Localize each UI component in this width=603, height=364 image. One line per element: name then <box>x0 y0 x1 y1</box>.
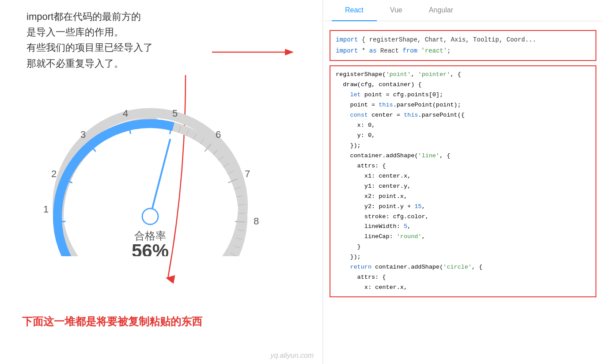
annotation-line-2: 是导入一些库的作用。 <box>27 24 153 40</box>
tab-react[interactable]: React <box>332 0 377 21</box>
code-line-15: stroke: cfg.color, <box>336 212 590 222</box>
code-line-21: attrs: { <box>336 273 590 283</box>
gauge-needle-center <box>142 209 158 224</box>
code-line-19: }); <box>336 252 590 262</box>
code-line-12: y1: center.y, <box>336 182 590 192</box>
code-line-1: registerShape('point', 'pointer', { <box>336 70 590 80</box>
code-line-10: attrs: { <box>336 161 590 171</box>
gauge-label-7: 7 <box>245 168 250 179</box>
watermark-text: yq.aliyun.com <box>270 352 314 359</box>
gauge-svg: 0 1 2 3 4 5 6 7 8 9 合格率 56% <box>27 88 274 256</box>
import-line-2: import * as React from 'react'; <box>336 46 590 57</box>
code-line-4: point = this.parsePoint(point); <box>336 100 590 110</box>
gauge-label-1: 1 <box>43 204 49 215</box>
annotation-line-3: 有些我们的项目里已经导入了 <box>27 40 153 55</box>
svg-line-43 <box>235 221 245 222</box>
gauge-label-6: 6 <box>216 129 221 140</box>
gauge-label-4: 4 <box>123 108 128 119</box>
code-line-5: const center = this.parsePoint({ <box>336 110 590 121</box>
svg-line-9 <box>55 213 62 213</box>
code-line-13: x2: point.x, <box>336 192 590 202</box>
left-panel: import都在代码的最前方的 是导入一些库的作用。 有些我们的项目里已经导入了… <box>0 0 322 364</box>
top-annotation: import都在代码的最前方的 是导入一些库的作用。 有些我们的项目里已经导入了… <box>27 9 153 71</box>
tabs-container: React Vue Angular <box>323 0 603 21</box>
bottom-annotation-text: 下面这一堆都是将要被复制粘贴的东西 <box>22 315 202 327</box>
code-line-7: y: 0, <box>336 131 590 141</box>
gauge-label-5: 5 <box>172 108 178 119</box>
gauge-needle <box>150 140 170 216</box>
svg-line-26 <box>154 121 155 128</box>
import-line-1: import { registerShape, Chart, Axis, Too… <box>336 34 590 46</box>
gauge-percentage: 56% <box>132 240 169 256</box>
code-line-16: lineWidth: 5, <box>336 222 590 232</box>
svg-line-25 <box>146 121 146 128</box>
code-line-11: x1: center.x, <box>336 171 590 182</box>
code-line-8: }); <box>336 141 590 151</box>
code-line-9: container.addShape('line', { <box>336 151 590 161</box>
right-panel: React Vue Angular import { registerShape… <box>322 0 603 364</box>
annotation-line-4: 那就不必重复导入了。 <box>27 56 153 71</box>
code-area[interactable]: import { registerShape, Chart, Axis, Too… <box>323 21 603 364</box>
svg-line-8 <box>55 221 65 222</box>
code-line-20: return container.addShape('circle', { <box>336 262 590 273</box>
code-line-14: y2: point.y + 15, <box>336 202 590 212</box>
bottom-annotation: 下面这一堆都是将要被复制粘贴的东西 <box>22 315 202 329</box>
code-line-3: let point = cfg.points[0]; <box>336 90 590 100</box>
gauge-label-3: 3 <box>80 129 86 140</box>
svg-line-42 <box>239 213 245 213</box>
arrow-right-svg <box>212 39 300 65</box>
gauge-container: 0 1 2 3 4 5 6 7 8 9 合格率 56% <box>27 88 274 274</box>
annotation-line-1: import都在代码的最前方的 <box>27 9 153 24</box>
code-line-17: lineCap: 'round', <box>336 232 590 242</box>
import-code-block: import { registerShape, Chart, Axis, Too… <box>330 30 596 61</box>
gauge-label-2: 2 <box>51 168 57 179</box>
watermark: yq.aliyun.com <box>270 352 314 360</box>
code-line-22: x: center.x, <box>336 283 590 293</box>
tab-angular[interactable]: Angular <box>416 0 466 21</box>
gauge-value-label: 合格率 <box>134 230 166 242</box>
code-line-2: draw(cfg, container) { <box>336 80 590 90</box>
main-code-block: registerShape('point', 'pointer', { draw… <box>330 65 596 297</box>
code-line-18: } <box>336 242 590 252</box>
code-line-6: x: 0, <box>336 121 590 131</box>
tab-vue[interactable]: Vue <box>377 0 416 21</box>
gauge-label-8: 8 <box>254 216 259 227</box>
